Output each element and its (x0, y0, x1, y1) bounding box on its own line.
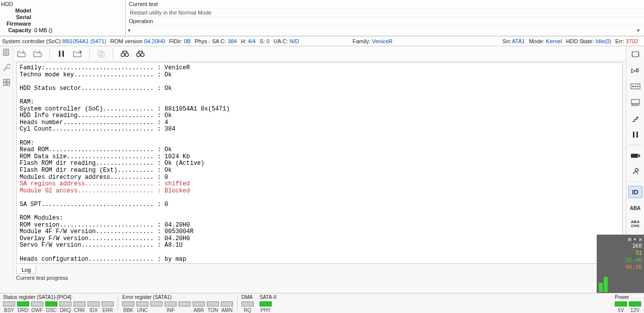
tab-log[interactable]: Log (16, 266, 36, 274)
h-value: 4/4 (248, 38, 256, 44)
dma-bit-rq: RQ (242, 301, 254, 313)
err-value: 3702 (626, 38, 638, 44)
stats-overlay[interactable]: ≡ ▾ ✕ 1K0 31 25.4K 40.1K (597, 235, 644, 293)
log-line (20, 208, 619, 215)
power-bit-5v: 5V (615, 301, 627, 313)
board-button[interactable] (628, 80, 642, 92)
errreg-bit-inf: INF (165, 301, 177, 313)
overlay-minimize-icon[interactable]: ▾ (633, 236, 637, 243)
bit-indicator (221, 301, 233, 306)
sata2-group: SATA-II PHY (257, 293, 280, 313)
io-button[interactable]: ▷0 (628, 64, 642, 76)
test-control-block: Current test Restart utility in the Norm… (126, 0, 644, 36)
stop-save-button[interactable] (72, 48, 83, 59)
log-line: Family:.............................. : … (20, 65, 619, 72)
svg-point-16 (137, 53, 140, 56)
uac-label: UA C: (274, 38, 288, 44)
log-text[interactable]: Family:.............................. : … (17, 63, 622, 263)
romver-value: 04.20H0 (144, 38, 166, 44)
fldir-value: 0B (184, 38, 190, 44)
folder-save-icon (33, 50, 42, 58)
overlay-close-icon[interactable]: ✕ (638, 236, 642, 243)
mode-value: Kernel (546, 38, 562, 44)
status-register-group: Status register (SATA1)-[PIO4] BSYDRDDWF… (0, 293, 117, 313)
tools-button[interactable] (628, 165, 642, 177)
log-line: Heads configuration.................. : … (20, 256, 619, 263)
bit-label: ABR (194, 307, 204, 313)
s-value: 0 (267, 38, 270, 44)
chip-icon (631, 50, 640, 58)
bit-label: PHY (261, 307, 271, 313)
status-register-title: Status register (SATA1)-[PIO4] (3, 294, 114, 300)
svg-rect-32 (636, 132, 638, 138)
svg-rect-18 (632, 52, 638, 57)
log-line: Module 02 access..................... : … (20, 188, 619, 195)
up-button[interactable] (628, 113, 642, 125)
errreg-bit-amn: AMN (221, 301, 233, 313)
open-button[interactable] (16, 48, 27, 59)
test-dropdown-2[interactable]: ▾ (635, 27, 642, 34)
copy-button[interactable] (96, 48, 107, 59)
svg-point-28 (637, 86, 638, 87)
pause-button[interactable] (56, 48, 67, 59)
find-button[interactable] (119, 48, 130, 59)
log-line (20, 133, 619, 140)
aba-chs-button[interactable]: ABA CHS (628, 218, 642, 230)
svg-rect-5 (7, 79, 10, 82)
log-panel: Family:.............................. : … (16, 62, 623, 264)
bit-indicator (88, 301, 100, 306)
uac-value: N/D (289, 38, 299, 44)
wrench-tool-icon[interactable] (2, 62, 12, 72)
bottom-tabs: Log (13, 264, 626, 274)
svg-marker-34 (638, 154, 640, 158)
serial-value (34, 14, 123, 21)
chip-button[interactable] (628, 48, 642, 60)
bit-indicator (260, 301, 272, 306)
phys-value: 384 (227, 38, 236, 44)
log-line: HDD Info reading..................... : … (20, 113, 619, 120)
log-line (20, 92, 619, 99)
test-dropdown-1[interactable]: ▾ (126, 27, 133, 34)
operation-label: Operation (126, 18, 156, 24)
serial-label: Serial (0, 14, 34, 21)
error-register-title: Error register (SATA1) (122, 294, 233, 300)
soc-label: System controller (SoC) (2, 38, 61, 44)
overlay-menu-icon[interactable]: ≡ (628, 236, 631, 243)
pause2-icon (632, 132, 638, 138)
errreg-bit-unc: UNC (136, 301, 148, 313)
statusreg-bit-dsc: DSC (45, 301, 57, 313)
family-value: VeniceR (372, 38, 392, 44)
bit-indicator (150, 301, 163, 306)
log-line: RAM: (20, 99, 619, 106)
overlay-value-1: 1K0 (599, 243, 642, 250)
bit-indicator (102, 301, 114, 306)
aba-button[interactable]: ABA (628, 202, 642, 214)
log-line: Modules directory address............ : … (20, 174, 619, 181)
src-value: ATA1 (512, 38, 525, 44)
scroll-tool-icon[interactable] (2, 47, 12, 57)
bit-indicator (615, 301, 627, 306)
statusreg-bit-dwf: DWF (31, 301, 43, 313)
h-label: H: (241, 38, 247, 44)
soc-value: 88i1054A1 (5471) (62, 38, 106, 44)
play-drive-button[interactable] (628, 149, 642, 161)
family-label: Family: (353, 38, 370, 44)
power-title: Power (615, 294, 641, 300)
find-next-button[interactable] (135, 48, 146, 59)
statusreg-bit-crr: CRR (73, 301, 86, 313)
svg-rect-8 (59, 51, 60, 57)
id-button[interactable]: ID (628, 186, 642, 198)
log-line: ROM Modules: (20, 215, 619, 222)
scroll-icon (3, 48, 11, 56)
pause-run-button[interactable] (628, 129, 642, 141)
grid-tool-icon[interactable] (2, 77, 12, 87)
svg-point-27 (634, 86, 636, 87)
status-bar: Status register (SATA1)-[PIO4] BSYDRDDWF… (0, 293, 644, 313)
errreg-bit-abr: ABR (193, 301, 205, 313)
reset-button[interactable]: RESET (628, 96, 642, 109)
bit-label: 12V (630, 307, 639, 313)
bit-label: CRR (74, 307, 85, 313)
svg-rect-31 (633, 132, 634, 138)
save-button[interactable] (32, 48, 43, 59)
grid-icon (3, 78, 11, 86)
